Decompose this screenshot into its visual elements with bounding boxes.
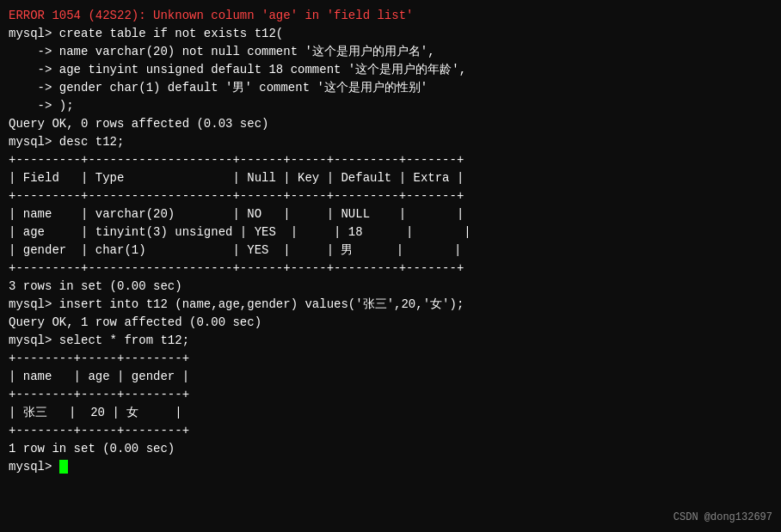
terminal-line-l14: | age | tinyint(3) unsigned | YES | | 18…	[9, 223, 772, 242]
terminal-line-l10: +---------+--------------------+------+-…	[9, 151, 772, 169]
terminal-line-l2: mysql> create table if not exists t12(	[9, 25, 772, 43]
terminal-line-l9: mysql> desc t12;	[9, 133, 772, 151]
terminal-line-l5: -> gender char(1) default '男' comment '这…	[9, 79, 772, 97]
terminal-line-l20: Query OK, 1 row affected (0.00 sec)	[9, 314, 772, 332]
terminal-line-l23: +--------+-----+--------+	[9, 350, 772, 368]
terminal-line-l12: +---------+--------------------+------+-…	[9, 187, 772, 205]
terminal-line-l28: 1 row in set (0.00 sec)	[9, 440, 772, 458]
terminal-content: ERROR 1054 (42S22): Unknown column 'age'…	[9, 7, 772, 476]
terminal-line-l4: -> age tinyint unsigned default 18 comme…	[9, 61, 772, 79]
terminal-line-l30: mysql>	[9, 458, 772, 476]
terminal-line-l26: | 张三 | 20 | 女 |	[9, 404, 772, 422]
terminal-line-l16: +---------+--------------------+------+-…	[9, 260, 772, 278]
terminal-line-l22: mysql> select * from t12;	[9, 332, 772, 350]
terminal-line-l25: +--------+-----+--------+	[9, 386, 772, 404]
terminal-line-l15: | gender | char(1) | YES | | 男 | |	[9, 242, 772, 260]
terminal-line-l24: | name | age | gender |	[9, 368, 772, 386]
terminal-line-l1: ERROR 1054 (42S22): Unknown column 'age'…	[9, 7, 772, 25]
terminal-line-l6: -> );	[9, 97, 772, 115]
watermark: CSDN @dong132697	[673, 511, 772, 523]
terminal-line-l27: +--------+-----+--------+	[9, 422, 772, 440]
terminal-line-l3: -> name varchar(20) not null comment '这个…	[9, 43, 772, 61]
terminal-line-l17: 3 rows in set (0.00 sec)	[9, 278, 772, 296]
terminal-cursor	[59, 460, 68, 474]
terminal-line-l7: Query OK, 0 rows affected (0.03 sec)	[9, 115, 772, 133]
terminal-line-l19: mysql> insert into t12 (name,age,gender)…	[9, 296, 772, 314]
terminal-line-l13: | name | varchar(20) | NO | | NULL | |	[9, 205, 772, 223]
terminal-window: ERROR 1054 (42S22): Unknown column 'age'…	[0, 0, 781, 532]
terminal-line-l11: | Field | Type | Null | Key | Default | …	[9, 169, 772, 187]
